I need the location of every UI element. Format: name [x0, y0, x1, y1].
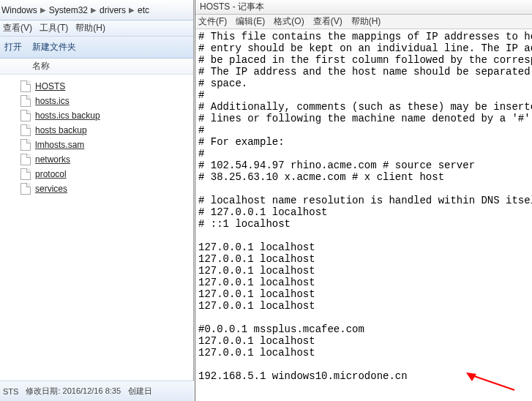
- breadcrumb-item[interactable]: System32: [49, 5, 88, 15]
- notepad-menubar: 文件(F) 编辑(E) 格式(O) 查看(V) 帮助(H): [195, 15, 532, 29]
- chevron-right-icon: ▶: [129, 6, 135, 14]
- list-item[interactable]: hosts.ics backup: [0, 108, 193, 123]
- menu-tools[interactable]: 工具(T): [40, 22, 68, 34]
- menu-view[interactable]: 查看(V): [3, 22, 32, 34]
- list-item[interactable]: networks: [0, 152, 193, 167]
- breadcrumb-item[interactable]: etc: [138, 5, 149, 15]
- status-mod-label: 修改日期:: [26, 386, 60, 395]
- breadcrumb[interactable]: Windows▶ System32▶ drivers▶ etc: [0, 0, 193, 20]
- window-title: HOSTS - 记事本: [195, 0, 532, 15]
- new-folder-button[interactable]: 新建文件夹: [32, 41, 76, 53]
- open-button[interactable]: 打开: [4, 41, 22, 53]
- text-area[interactable]: # This file contains the mappings of IP …: [195, 29, 532, 383]
- chevron-right-icon: ▶: [91, 6, 97, 14]
- file-icon: [20, 110, 31, 121]
- explorer-window: Windows▶ System32▶ drivers▶ etc 查看(V) 工具…: [0, 0, 194, 401]
- file-icon: [20, 80, 31, 92]
- menu-file[interactable]: 文件(F): [198, 15, 227, 28]
- list-item[interactable]: hosts backup: [0, 123, 193, 138]
- file-icon: [20, 183, 31, 195]
- file-icon: [20, 139, 31, 151]
- menu-help[interactable]: 帮助(H): [75, 22, 105, 34]
- notepad-window: HOSTS - 记事本 文件(F) 编辑(E) 格式(O) 查看(V) 帮助(H…: [195, 0, 532, 401]
- list-item[interactable]: protocol: [0, 167, 193, 181]
- explorer-toolbar: 打开 新建文件夹: [0, 37, 193, 59]
- menu-help[interactable]: 帮助(H): [351, 15, 381, 28]
- breadcrumb-item[interactable]: Windows: [1, 5, 37, 15]
- explorer-menubar: 查看(V) 工具(T) 帮助(H): [0, 20, 193, 37]
- breadcrumb-item[interactable]: drivers: [100, 5, 126, 15]
- list-item[interactable]: lmhosts.sam: [0, 138, 193, 152]
- list-item[interactable]: services: [0, 181, 193, 196]
- status-create-label: 创建日: [128, 386, 152, 397]
- file-icon: [20, 124, 31, 136]
- list-item[interactable]: HOSTS: [0, 79, 193, 94]
- file-icon: [20, 168, 31, 180]
- status-name: STS: [3, 387, 18, 396]
- file-list: HOSTS hosts.ics hosts.ics backup hosts b…: [0, 75, 193, 196]
- menu-format[interactable]: 格式(O): [274, 15, 304, 28]
- list-item[interactable]: hosts.ics: [0, 94, 193, 108]
- menu-edit[interactable]: 编辑(E): [236, 15, 265, 28]
- status-bar: STS 修改日期: 2016/12/16 8:35 创建日: [0, 381, 194, 401]
- chevron-right-icon: ▶: [40, 6, 46, 14]
- status-mod-value: 2016/12/16 8:35: [63, 386, 121, 395]
- file-icon: [20, 154, 31, 165]
- file-icon: [20, 95, 31, 107]
- column-header-name[interactable]: 名称: [0, 59, 193, 75]
- menu-view[interactable]: 查看(V): [313, 15, 342, 28]
